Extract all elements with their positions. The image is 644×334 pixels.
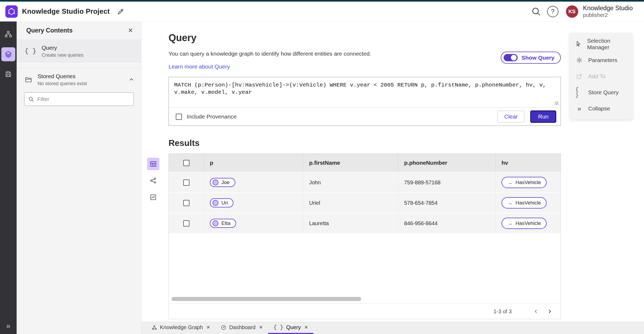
- edge-pill[interactable]: →HasVehicle: [502, 197, 547, 209]
- avatar-initials: KS: [568, 9, 575, 15]
- menu-item-store-query[interactable]: { } Store Query: [570, 84, 632, 100]
- pencil-icon: [117, 8, 125, 15]
- close-icon: ✕: [128, 27, 133, 34]
- hierarchy-icon: [5, 31, 12, 38]
- rail-item-layers[interactable]: [1, 47, 15, 61]
- node-pill[interactable]: Uri: [210, 198, 233, 207]
- stored-queries-title: Stored Queries: [38, 73, 123, 80]
- description-block: You can query a knowledge graph to ident…: [169, 51, 371, 70]
- filter-input[interactable]: [37, 96, 130, 102]
- row-checkbox[interactable]: [183, 200, 189, 206]
- edit-title-button[interactable]: [115, 5, 127, 18]
- close-icon[interactable]: ✕: [304, 325, 308, 330]
- close-icon[interactable]: ✕: [206, 325, 210, 330]
- layers-icon: [5, 51, 12, 58]
- query-list-item[interactable]: { } Query Create new queries: [17, 40, 141, 63]
- select-all-checkbox[interactable]: [183, 160, 189, 166]
- table-view-button[interactable]: [147, 158, 159, 170]
- tab-label: Knowledge Graph: [160, 324, 203, 331]
- query-item-text: Query Create new queries: [42, 45, 83, 58]
- node-circle-icon: [213, 179, 218, 185]
- node-label: Etta: [221, 220, 230, 226]
- panel-close-button[interactable]: ✕: [128, 27, 133, 34]
- column-header-firstname[interactable]: p.firstName: [303, 154, 398, 172]
- node-pill[interactable]: Etta: [210, 219, 236, 228]
- query-item-subtitle: Create new queries: [42, 52, 83, 58]
- panel-title: Query Contents: [26, 27, 128, 34]
- table-header-row: p p.firstName p.phoneNumber hv: [169, 154, 561, 173]
- user-avatar[interactable]: KS: [566, 5, 578, 18]
- filter-field: [24, 92, 134, 106]
- show-query-toggle[interactable]: Show Query: [501, 52, 561, 64]
- menu-item-selection-manager[interactable]: Selection Manager: [570, 36, 632, 52]
- help-button[interactable]: ?: [547, 5, 559, 18]
- results-title: Results: [169, 138, 561, 148]
- search-button[interactable]: [530, 5, 542, 18]
- app-root: Knowledge Studio Project ? KS Knowledge …: [0, 0, 644, 334]
- expand-icon: »: [6, 322, 10, 330]
- graph-view-icon: [150, 177, 157, 184]
- page-description: You can query a knowledge graph to ident…: [169, 51, 371, 57]
- menu-item-add-to: Add To: [570, 68, 632, 84]
- table-view-icon: [150, 160, 157, 167]
- tab-dashboard[interactable]: Dashboard ✕: [215, 322, 268, 334]
- selection-manager-icon: [575, 41, 582, 48]
- chart-view-button[interactable]: [147, 191, 159, 203]
- learn-more-link[interactable]: Learn more about Query: [169, 63, 230, 70]
- column-header-hv[interactable]: hv: [495, 154, 561, 172]
- user-role: publisher2: [583, 12, 633, 18]
- row-checkbox-cell: [169, 213, 204, 233]
- row-checkbox[interactable]: [183, 179, 189, 186]
- next-page-button[interactable]: [543, 305, 556, 318]
- tab-knowledge-graph[interactable]: Knowledge Graph ✕: [146, 322, 215, 334]
- show-query-label: Show Query: [521, 55, 554, 61]
- query-actions-menu: Selection Manager Parameters: [570, 33, 632, 119]
- previous-page-button[interactable]: [529, 305, 543, 318]
- run-button[interactable]: Run: [530, 110, 556, 123]
- dashboard-icon: [221, 325, 226, 330]
- search-icon: [28, 96, 34, 102]
- knowledge-studio-logo-icon: [8, 8, 16, 16]
- rail-item-hierarchy[interactable]: [1, 27, 15, 41]
- edge-pill[interactable]: →HasVehicle: [502, 218, 547, 229]
- horizontal-scrollbar-thumb[interactable]: [171, 297, 361, 301]
- product-name: Knowledge Studio: [583, 5, 633, 12]
- table-row: Etta Lauretta 846-956-8644 →HasVehicle: [169, 213, 561, 234]
- tab-label: Query: [286, 324, 301, 331]
- edge-label: HasVehicle: [515, 200, 541, 206]
- node-pill[interactable]: Joe: [210, 178, 235, 187]
- toggle-switch: [504, 54, 518, 61]
- node-label: Uri: [221, 200, 228, 206]
- stored-queries-folder-icon: [25, 76, 32, 84]
- resize-handle-icon[interactable]: [555, 101, 558, 105]
- stored-queries-header[interactable]: Stored Queries No stored queries exist: [17, 68, 141, 90]
- rail-item-save[interactable]: [1, 67, 15, 81]
- graph-view-button[interactable]: [147, 174, 159, 187]
- table-empty-area: [169, 234, 561, 297]
- app-header: Knowledge Studio Project ? KS Knowledge …: [0, 2, 644, 21]
- query-text-editor[interactable]: MATCH (p:Person)-[hv:HasVehicle]->(v:Veh…: [169, 77, 561, 108]
- edge-pill[interactable]: →HasVehicle: [502, 177, 547, 188]
- main-content: Query You can query a knowledge graph to…: [141, 21, 644, 322]
- row-checkbox[interactable]: [183, 220, 189, 227]
- column-header-phonenumber[interactable]: p.phoneNumber: [398, 154, 495, 172]
- column-header-p[interactable]: p: [204, 154, 303, 172]
- chevron-left-icon: [533, 308, 539, 314]
- row-checkbox-cell: [169, 193, 204, 213]
- menu-item-parameters[interactable]: Parameters: [570, 52, 632, 68]
- rail-expand-button[interactable]: »: [6, 322, 10, 330]
- node-label: Joe: [221, 179, 230, 185]
- include-provenance-checkbox[interactable]: [176, 114, 182, 120]
- document-tab-bar: Knowledge Graph ✕ Dashboard ✕ { } Query …: [141, 322, 644, 334]
- menu-item-collapse[interactable]: » Collapse: [570, 100, 632, 117]
- clear-button[interactable]: Clear: [497, 111, 524, 123]
- graph-icon: [152, 325, 157, 330]
- close-icon[interactable]: ✕: [259, 325, 263, 330]
- phone-cell: 578-654-7854: [398, 193, 495, 213]
- phone-cell: 759-889-57168: [398, 173, 495, 192]
- row-checkbox-cell: [169, 173, 204, 192]
- braces-icon: { }: [273, 324, 283, 331]
- pagination-range: 1-3 of 3: [493, 308, 512, 315]
- chevron-up-icon[interactable]: [129, 77, 134, 82]
- tab-query[interactable]: { } Query ✕: [268, 322, 313, 334]
